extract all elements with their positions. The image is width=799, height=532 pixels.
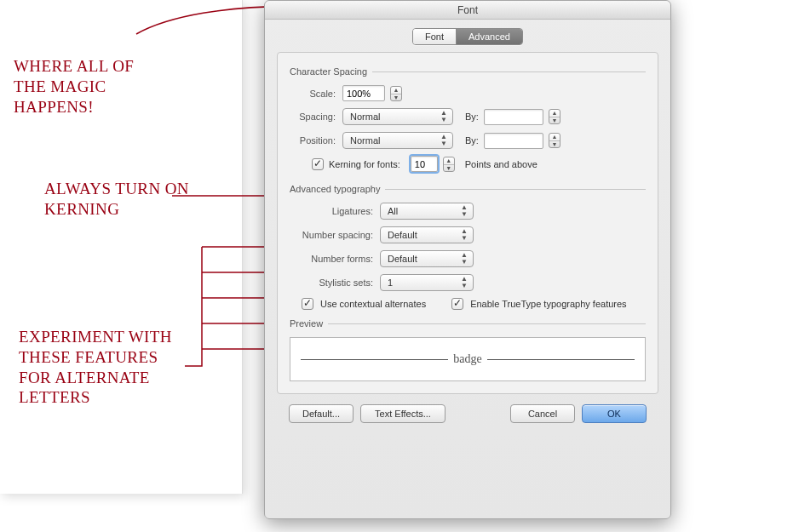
position-select[interactable]: Normal: [342, 132, 453, 149]
number-forms-select[interactable]: Default: [380, 250, 474, 267]
position-by-label: By:: [465, 135, 479, 146]
number-forms-label: Number forms:: [290, 254, 375, 264]
scale-input[interactable]: [342, 85, 385, 101]
ligatures-label: Ligatures:: [290, 206, 375, 216]
stylistic-sets-select[interactable]: 1: [380, 274, 474, 291]
cancel-button[interactable]: Cancel: [510, 404, 575, 423]
font-dialog: Font Font Advanced Character Spacing Sca…: [264, 0, 671, 519]
contextual-alternates-label: Use contextual alternates: [320, 299, 426, 309]
spacing-select[interactable]: Normal: [342, 108, 453, 125]
kerning-stepper[interactable]: ▲▼: [443, 157, 455, 172]
document-page-background: [0, 0, 243, 494]
truetype-features-label: Enable TrueType typography features: [470, 299, 626, 309]
number-spacing-select[interactable]: Default: [380, 226, 474, 243]
tab-bar: Font Advanced: [277, 28, 658, 45]
scale-stepper[interactable]: ▲▼: [390, 86, 402, 101]
truetype-features-checkbox[interactable]: [451, 298, 463, 310]
preview-box: badge: [290, 337, 646, 381]
tab-font[interactable]: Font: [413, 29, 456, 44]
kerning-label: Kerning for fonts:: [329, 159, 400, 169]
ok-button[interactable]: OK: [582, 404, 647, 423]
advanced-panel: Character Spacing Scale: ▲▼ Spacing: Nor…: [277, 52, 658, 394]
group-character-spacing: Character Spacing: [290, 66, 646, 77]
group-advanced-typography: Advanced typography: [290, 184, 646, 194]
position-by-stepper[interactable]: ▲▼: [549, 133, 560, 148]
preview-sample-text: badge: [448, 352, 486, 366]
tab-advanced[interactable]: Advanced: [456, 29, 522, 44]
spacing-by-input[interactable]: [484, 109, 543, 125]
number-spacing-label: Number spacing:: [290, 230, 375, 240]
kerning-suffix: Points and above: [465, 159, 537, 169]
spacing-by-stepper[interactable]: ▲▼: [549, 109, 560, 124]
group-preview: Preview: [290, 318, 646, 329]
spacing-by-label: By:: [465, 112, 479, 122]
text-effects-button[interactable]: Text Effects...: [360, 404, 445, 423]
scale-label: Scale:: [290, 89, 337, 99]
stylistic-sets-label: Stylistic sets:: [290, 277, 375, 288]
kerning-checkbox[interactable]: [312, 158, 324, 170]
default-button[interactable]: Default...: [289, 404, 354, 423]
kerning-value-input[interactable]: [411, 156, 438, 172]
ligatures-select[interactable]: All: [380, 203, 474, 220]
dialog-titlebar: Font: [265, 1, 670, 20]
contextual-alternates-checkbox[interactable]: [302, 298, 313, 310]
spacing-label: Spacing:: [290, 112, 337, 122]
position-by-input[interactable]: [484, 133, 543, 149]
dialog-title: Font: [457, 4, 478, 16]
position-label: Position:: [290, 135, 337, 146]
